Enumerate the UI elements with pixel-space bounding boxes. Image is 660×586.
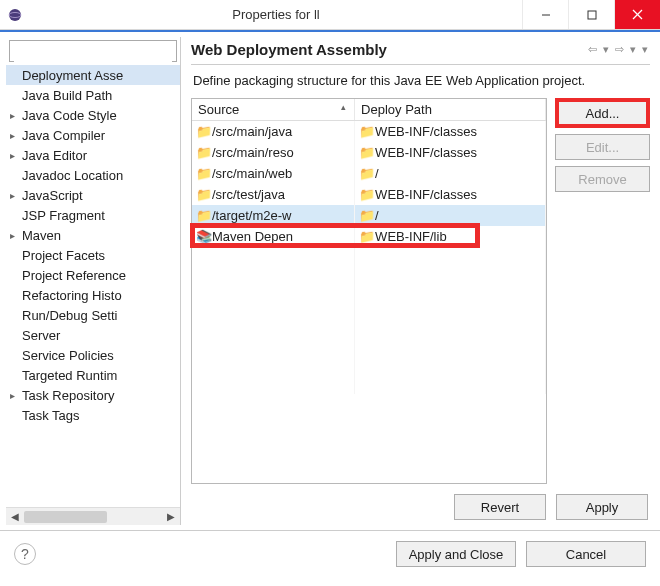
chevron-right-icon: ▸ (10, 190, 22, 201)
col-source[interactable]: Source▴ (192, 99, 355, 121)
table-row[interactable]: 📁/src/main/reso📁WEB-INF/classes (192, 142, 546, 163)
eclipse-icon (0, 7, 30, 23)
sidebar-item[interactable]: Javadoc Location (6, 165, 180, 185)
sidebar-item-label: Java Editor (22, 148, 87, 163)
filter-input[interactable] (14, 46, 172, 63)
back-icon[interactable]: ⇦ (586, 43, 599, 56)
sidebar-item-label: Java Build Path (22, 88, 112, 103)
folder-icon: 📁 (196, 166, 212, 181)
sidebar-item[interactable]: JSP Fragment (6, 205, 180, 225)
chevron-right-icon: ▸ (10, 130, 22, 141)
close-button[interactable] (614, 0, 660, 29)
cancel-button[interactable]: Cancel (526, 541, 646, 567)
table-row[interactable]: 📁/src/main/web📁/ (192, 163, 546, 184)
table-row (192, 289, 546, 310)
sidebar-item[interactable]: ▸Java Editor (6, 145, 180, 165)
folder-icon: 📁 (196, 124, 212, 139)
sidebar-item[interactable]: Java Build Path (6, 85, 180, 105)
sidebar-item[interactable]: Deployment Asse (6, 65, 180, 85)
h-scrollbar[interactable]: ◀ ▶ (6, 507, 180, 525)
folder-icon: 📁 (196, 145, 212, 160)
sidebar-item[interactable]: Run/Debug Setti (6, 305, 180, 325)
table-row[interactable]: 📁/target/m2e-w📁/ (192, 205, 546, 226)
add-button[interactable]: Add... (555, 98, 650, 128)
sidebar-item[interactable]: ▸Task Repository (6, 385, 180, 405)
maximize-button[interactable] (568, 0, 614, 29)
folder-icon: 📁 (359, 145, 375, 160)
table-row[interactable]: 📚Maven Depen📁WEB-INF/lib (192, 226, 546, 247)
help-icon[interactable]: ? (14, 543, 36, 565)
sidebar-item[interactable]: Targeted Runtim (6, 365, 180, 385)
sidebar-item[interactable]: Task Tags (6, 405, 180, 425)
scroll-left-icon[interactable]: ◀ (6, 509, 24, 525)
window-title: Properties for ll (30, 7, 522, 22)
folder-icon: 📁 (359, 124, 375, 139)
sidebar-item[interactable]: Project Facets (6, 245, 180, 265)
sidebar-item[interactable]: Server (6, 325, 180, 345)
sidebar-item[interactable]: ▸Java Compiler (6, 125, 180, 145)
table-row[interactable]: 📁/src/main/java📁WEB-INF/classes (192, 121, 546, 142)
sidebar-item-label: Task Repository (22, 388, 114, 403)
table-row (192, 247, 546, 268)
filter-box[interactable] (9, 40, 177, 62)
sidebar-item[interactable]: Service Policies (6, 345, 180, 365)
svg-rect-3 (588, 11, 596, 19)
sidebar-item[interactable]: ▸JavaScript (6, 185, 180, 205)
folder-icon: 📁 (359, 187, 375, 202)
nav-arrows: ⇦▾ ⇨▾ ▾ (586, 43, 650, 56)
minimize-button[interactable] (522, 0, 568, 29)
sidebar-item-label: Service Policies (22, 348, 114, 363)
col-deploy[interactable]: Deploy Path (355, 99, 546, 121)
folder-icon: 📁 (196, 187, 212, 202)
sidebar-item-label: Project Facets (22, 248, 105, 263)
titlebar: Properties for ll (0, 0, 660, 30)
sort-asc-icon: ▴ (341, 102, 346, 112)
sidebar-tree[interactable]: Deployment AsseJava Build Path▸Java Code… (6, 65, 180, 507)
chevron-right-icon: ▸ (10, 390, 22, 401)
sidebar-item-label: Task Tags (22, 408, 80, 423)
scroll-thumb[interactable] (24, 511, 107, 523)
forward-menu-icon[interactable]: ▾ (628, 43, 638, 56)
table-row (192, 373, 546, 394)
table-row (192, 352, 546, 373)
sidebar-item-label: Java Compiler (22, 128, 105, 143)
page-title: Web Deployment Assembly (191, 41, 387, 58)
revert-button[interactable]: Revert (454, 494, 546, 520)
edit-button: Edit... (555, 134, 650, 160)
sidebar-item[interactable]: ▸Maven (6, 225, 180, 245)
sidebar-item-label: Deployment Asse (22, 68, 123, 83)
apply-button[interactable]: Apply (556, 494, 648, 520)
sidebar-item-label: Refactoring Histo (22, 288, 122, 303)
scroll-track[interactable] (24, 509, 162, 525)
scroll-right-icon[interactable]: ▶ (162, 509, 180, 525)
apply-close-button[interactable]: Apply and Close (396, 541, 516, 567)
sidebar-item-label: Targeted Runtim (22, 368, 117, 383)
table-row (192, 268, 546, 289)
chevron-right-icon: ▸ (10, 230, 22, 241)
sidebar-item-label: Javadoc Location (22, 168, 123, 183)
description: Define packaging structure for this Java… (191, 65, 650, 98)
svg-point-0 (9, 9, 21, 21)
forward-icon[interactable]: ⇨ (613, 43, 626, 56)
table-row[interactable]: 📁/src/test/java📁WEB-INF/classes (192, 184, 546, 205)
chevron-right-icon: ▸ (10, 150, 22, 161)
folder-icon: 📁 (359, 208, 375, 223)
sidebar-item-label: Maven (22, 228, 61, 243)
sidebar-item[interactable]: Refactoring Histo (6, 285, 180, 305)
view-menu-icon[interactable]: ▾ (640, 43, 650, 56)
remove-button: Remove (555, 166, 650, 192)
sidebar-item[interactable]: ▸Java Code Style (6, 105, 180, 125)
library-icon: 📚 (196, 229, 212, 244)
assembly-table[interactable]: Source▴ Deploy Path 📁/src/main/java📁WEB-… (191, 98, 547, 484)
sidebar-item-label: JavaScript (22, 188, 83, 203)
folder-icon: 📁 (196, 208, 212, 223)
sidebar: Deployment AsseJava Build Path▸Java Code… (6, 37, 181, 525)
sidebar-item-label: Server (22, 328, 60, 343)
table-row (192, 310, 546, 331)
back-menu-icon[interactable]: ▾ (601, 43, 611, 56)
sidebar-item-label: Project Reference (22, 268, 126, 283)
sidebar-item-label: Java Code Style (22, 108, 117, 123)
sidebar-item-label: Run/Debug Setti (22, 308, 117, 323)
sidebar-item[interactable]: Project Reference (6, 265, 180, 285)
folder-icon: 📁 (359, 229, 375, 244)
